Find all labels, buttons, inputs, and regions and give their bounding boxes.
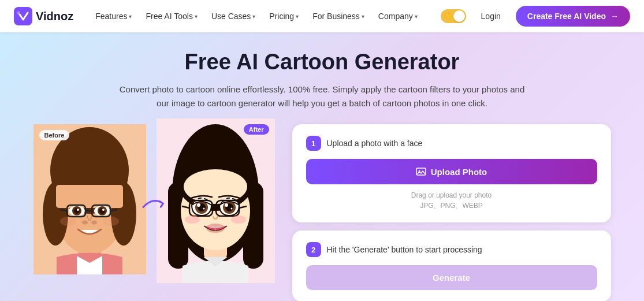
svg-point-25 — [60, 217, 76, 226]
before-after-showcase: Before — [33, 124, 275, 283]
after-photo-card: After — [157, 118, 275, 283]
header-right: ☀️ Login Create Free AI Video → — [441, 6, 630, 27]
step-2-card: 2 Hit the 'Generate' button to start pro… — [292, 231, 611, 301]
after-badge: After — [244, 124, 269, 135]
main-nav: Features ▾ Free AI Tools ▾ Use Cases ▾ P… — [90, 8, 440, 24]
nav-item-free-ai-tools[interactable]: Free AI Tools ▾ — [140, 8, 203, 24]
before-badge: Before — [39, 130, 70, 140]
transition-arrow — [138, 191, 171, 221]
nav-item-company[interactable]: Company ▾ — [373, 8, 423, 24]
svg-point-51 — [206, 224, 225, 233]
svg-point-17 — [99, 208, 105, 214]
after-face-illustration — [157, 118, 275, 283]
svg-point-43 — [225, 203, 228, 207]
svg-point-53 — [231, 215, 246, 224]
step-1-card: 1 Upload a photo with a face Upload Phot… — [292, 124, 611, 222]
step-1-header: 1 Upload a photo with a face — [306, 136, 597, 151]
create-video-button[interactable]: Create Free AI Video → — [516, 6, 630, 27]
login-button[interactable]: Login — [474, 8, 508, 24]
step-1-number: 1 — [306, 136, 321, 151]
upload-hint: Drag or upload your photo JPG、PNG、WEBP — [306, 190, 597, 211]
nav-item-for-business[interactable]: For Business ▾ — [307, 8, 370, 24]
step-1-label: Upload a photo with a face — [327, 139, 423, 148]
chevron-down-icon: ▾ — [296, 13, 299, 20]
generate-button[interactable]: Generate — [306, 265, 597, 290]
svg-point-44 — [230, 208, 232, 210]
nav-item-use-cases[interactable]: Use Cases ▾ — [206, 8, 261, 24]
step-2-label: Hit the 'Generate' button to start proce… — [327, 245, 482, 254]
svg-point-26 — [103, 217, 119, 226]
demo-section: Before — [33, 124, 611, 301]
right-panel: 1 Upload a photo with a face Upload Phot… — [292, 124, 611, 301]
svg-rect-9 — [56, 185, 123, 208]
svg-point-38 — [197, 203, 200, 207]
svg-point-34 — [184, 169, 247, 204]
step-2-header: 2 Hit the 'Generate' button to start pro… — [306, 242, 597, 257]
chevron-down-icon: ▾ — [252, 13, 255, 20]
logo-text: Vidnoz — [36, 10, 73, 23]
svg-point-18 — [102, 209, 105, 211]
sun-icon: ☀️ — [444, 12, 452, 20]
before-photo-card: Before — [33, 124, 146, 274]
svg-point-23 — [82, 221, 88, 225]
header: Vidnoz Features ▾ Free AI Tools ▾ Use Ca… — [0, 0, 644, 32]
logo[interactable]: Vidnoz — [14, 7, 73, 25]
before-face-illustration — [33, 124, 146, 274]
arrow-icon — [138, 191, 170, 219]
chevron-down-icon: ▾ — [362, 13, 364, 20]
svg-point-1 — [17, 12, 20, 14]
nav-item-pricing[interactable]: Pricing ▾ — [263, 8, 304, 24]
chevron-down-icon: ▾ — [129, 13, 132, 20]
page-title: Free AI Cartoon Generator — [185, 50, 460, 75]
arrow-icon: → — [611, 12, 619, 21]
chevron-down-icon: ▾ — [415, 13, 418, 20]
svg-point-12 — [74, 208, 80, 214]
toggle-knob — [453, 10, 465, 22]
main-content: Free AI Cartoon Generator Convert photo … — [0, 32, 644, 301]
svg-point-52 — [185, 215, 200, 224]
page-description: Convert photo to cartoon online effortle… — [114, 83, 530, 110]
theme-toggle[interactable]: ☀️ — [441, 9, 466, 23]
logo-icon — [14, 7, 32, 25]
chevron-down-icon: ▾ — [195, 13, 198, 20]
svg-point-39 — [203, 208, 204, 210]
upload-icon — [416, 166, 426, 177]
svg-rect-0 — [14, 7, 32, 25]
nav-item-features[interactable]: Features ▾ — [90, 8, 137, 24]
svg-point-24 — [91, 221, 97, 225]
upload-photo-button[interactable]: Upload Photo — [306, 159, 597, 184]
svg-point-13 — [77, 209, 79, 211]
step-2-number: 2 — [306, 242, 321, 257]
